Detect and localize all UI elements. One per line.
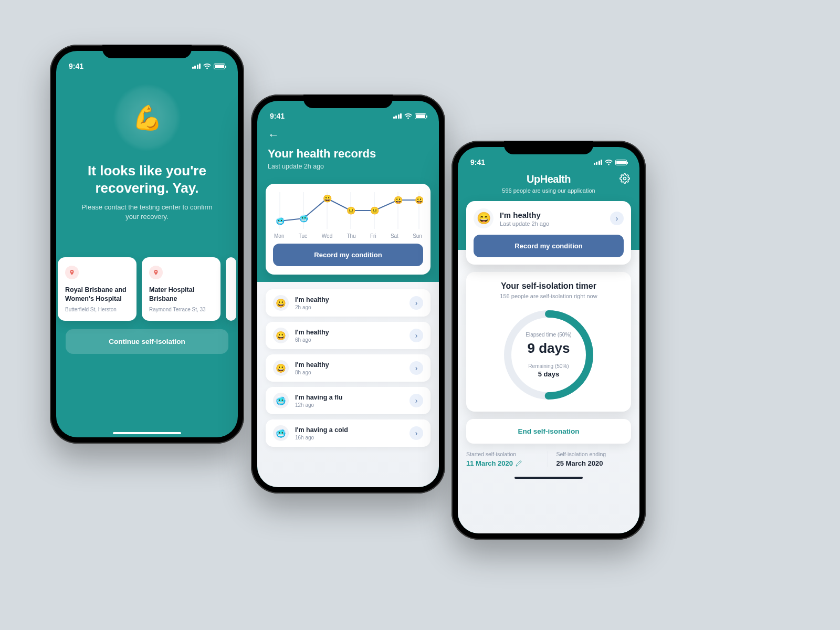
isolation-dates: Started self-isolation 11 March 2020 Sel… [466, 451, 631, 467]
recovery-title: It looks like you're recovering. Yay. [66, 162, 228, 196]
notch [504, 141, 593, 154]
record-condition-button[interactable]: Record my condition [273, 244, 423, 266]
record-time: 12h ago [295, 402, 403, 408]
edit-icon [516, 460, 522, 467]
end-date-value: 25 March 2020 [556, 459, 632, 467]
mood-chart: 🥶 🥶 😀 😐 😐 😀 😀 Mon Tue Wed Thu Fri Sat Su… [273, 192, 423, 237]
wifi-icon [203, 64, 211, 69]
record-title: I'm having a flu [295, 394, 403, 401]
mood-emoji-icon: 🥶 [273, 393, 289, 408]
chevron-right-icon[interactable]: › [410, 296, 423, 310]
mood-emoji-icon: 😀 [273, 360, 289, 376]
chevron-right-icon[interactable]: › [410, 361, 423, 375]
battery-icon [415, 113, 426, 119]
hospital-list[interactable]: Royal Brisbane and Women's Hospital Butt… [58, 257, 236, 321]
record-title: I'm healthy [295, 296, 403, 303]
remaining-value: 5 days [538, 370, 559, 378]
signal-icon [393, 113, 402, 119]
hospital-card-peek[interactable] [226, 257, 236, 321]
chevron-right-icon[interactable]: › [410, 394, 423, 407]
day-label: Thu [346, 233, 355, 239]
location-pin-icon [149, 266, 163, 279]
record-row[interactable]: 😀 I'm healthy 2h ago › [266, 289, 430, 317]
day-label: Tue [299, 233, 308, 239]
isolation-timer-card: Your self-isolation timer 156 people are… [466, 272, 631, 412]
phone-dashboard: 9:41 UpHealth 596 people are using our a… [452, 141, 646, 540]
health-status-card: 😄 I'm healthy Last update 2h ago › Recor… [466, 201, 631, 265]
hospital-card-1[interactable]: Royal Brisbane and Women's Hospital Butt… [58, 257, 136, 321]
notch [102, 45, 192, 58]
status-title: I'm healthy [500, 211, 604, 219]
end-date-label: Self-isolation ending [556, 451, 632, 457]
status-subtitle: Last update 2h ago [500, 220, 604, 227]
status-icons [192, 64, 226, 69]
mood-emoji-icon: 🥶 [273, 425, 289, 441]
record-row[interactable]: 🥶 I'm having a cold 16h ago › [266, 419, 430, 447]
hospital-address: Butterfield St, Herston [65, 307, 129, 312]
battery-icon [615, 160, 627, 165]
chevron-right-icon[interactable]: › [410, 329, 423, 342]
svg-text:🥶: 🥶 [299, 214, 309, 223]
phone-records: 9:41 ← Your health records Last update 2… [251, 94, 445, 494]
record-row[interactable]: 😀 I'm healthy 6h ago › [266, 322, 430, 349]
record-row[interactable]: 🥶 I'm having a flu 12h ago › [266, 387, 430, 414]
svg-text:😐: 😐 [346, 206, 356, 215]
record-row[interactable]: 😀 I'm healthy 8h ago › [266, 354, 430, 382]
screen-recovery: 9:41 💪 It looks like you're recovering. … [56, 51, 238, 437]
gear-icon [620, 173, 630, 184]
status-time: 9:41 [69, 62, 83, 70]
app-logo: UpHealth [467, 173, 630, 185]
battery-icon [214, 64, 225, 69]
continue-self-isolation-button[interactable]: Continue self-isolation [66, 329, 228, 354]
signal-icon [192, 64, 201, 69]
record-title: I'm healthy [295, 329, 403, 336]
hospital-name: Royal Brisbane and Women's Hospital [65, 286, 129, 303]
mood-emoji-icon: 😀 [273, 295, 289, 311]
chevron-right-icon[interactable]: › [410, 426, 423, 440]
start-date-label: Started self-isolation [466, 451, 541, 457]
records-title: Your health records [268, 147, 428, 161]
status-icons [393, 113, 427, 119]
day-label: Mon [274, 233, 284, 239]
chevron-right-icon[interactable]: › [610, 212, 624, 225]
timer-title: Your self-isolation timer [475, 281, 623, 291]
status-time: 9:41 [470, 158, 485, 166]
back-arrow-icon[interactable]: ← [268, 128, 279, 142]
record-time: 6h ago [295, 337, 403, 343]
record-time: 2h ago [295, 304, 403, 310]
home-indicator[interactable] [514, 477, 583, 479]
location-pin-icon [65, 266, 79, 279]
day-label: Wed [322, 233, 332, 239]
chart-svg: 🥶 🥶 😀 😐 😐 😀 😀 [273, 192, 423, 229]
end-isolation-button[interactable]: End self-isonation [466, 419, 631, 444]
record-time: 16h ago [295, 435, 403, 440]
screen-records: 9:41 ← Your health records Last update 2… [257, 101, 439, 487]
status-emoji-icon: 😄 [474, 208, 494, 228]
recovery-subtitle: Please contact the testing center to con… [66, 203, 228, 222]
home-indicator[interactable] [113, 432, 181, 434]
elapsed-value: 9 days [528, 340, 570, 356]
hospital-card-2[interactable]: Mater Hospital Brisbane Raymond Terrace … [142, 257, 220, 321]
hospital-address: Raymond Terrace St, 33 [149, 307, 213, 312]
signal-icon [594, 160, 603, 165]
record-condition-button[interactable]: Record my condition [474, 235, 624, 257]
start-date-value[interactable]: 11 March 2020 [466, 459, 541, 467]
progress-ring: Elapsed time (50%) 9 days Remaining (50%… [501, 308, 596, 402]
wifi-icon [605, 160, 613, 165]
elapsed-label: Elapsed time (50%) [526, 332, 571, 338]
recovery-emoji: 💪 [113, 83, 181, 152]
records-subtitle: Last update 2h ago [268, 163, 428, 170]
timer-subtitle: 156 people are self-isolation right now [475, 293, 623, 299]
records-list[interactable]: 😀 I'm healthy 2h ago › 😀 I'm healthy 6h … [257, 282, 439, 487]
mood-emoji-icon: 😀 [273, 328, 289, 343]
svg-text:🥶: 🥶 [276, 217, 285, 226]
start-date-text: 11 March 2020 [466, 459, 513, 467]
app-tagline: 596 people are using our application [467, 187, 630, 194]
day-label: Sat [391, 233, 398, 239]
svg-text:😀: 😀 [415, 196, 424, 205]
svg-text:😐: 😐 [370, 206, 380, 215]
settings-button[interactable] [620, 173, 630, 186]
record-title: I'm healthy [295, 361, 403, 369]
health-chart-card: 🥶 🥶 😀 😐 😐 😀 😀 Mon Tue Wed Thu Fri Sat Su… [266, 184, 430, 275]
svg-text:😀: 😀 [394, 196, 403, 205]
